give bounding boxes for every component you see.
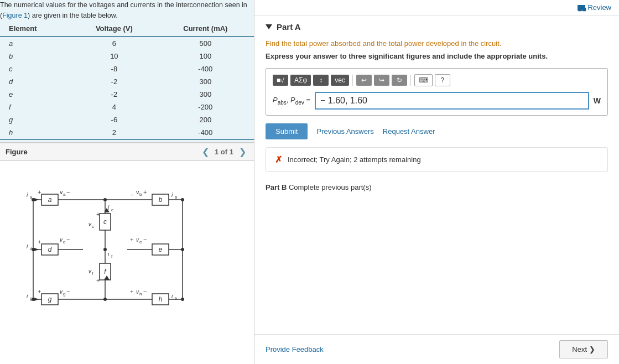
bottom-bar: Provide Feedback Next ❯ — [254, 334, 619, 364]
col-current: Current (mA) — [157, 21, 254, 37]
next-button[interactable]: Next ❯ — [559, 340, 608, 358]
svg-text:a: a — [48, 196, 52, 204]
x-icon: ✗ — [275, 154, 282, 165]
svg-text:g: g — [63, 292, 65, 297]
table-row: c-8-400 — [0, 63, 254, 75]
incorrect-box: ✗ Incorrect; Try Again; 2 attempts remai… — [266, 147, 608, 172]
svg-text:h: h — [139, 292, 142, 297]
svg-text:b: b — [175, 195, 178, 200]
answer-input[interactable] — [315, 92, 589, 110]
matrix-btn[interactable]: ■√ — [273, 75, 288, 86]
cell-voltage: 2 — [71, 126, 157, 139]
request-answer-link[interactable]: Request Answer — [383, 127, 435, 136]
question-text: Find the total power absorbed and the to… — [266, 39, 608, 48]
svg-text:e: e — [139, 240, 142, 245]
svg-text:i: i — [108, 205, 110, 211]
svg-text:g: g — [48, 295, 52, 303]
feedback-link[interactable]: Provide Feedback — [266, 345, 324, 353]
svg-text:e: e — [159, 246, 163, 253]
svg-text:h: h — [175, 296, 177, 301]
right-panel: ■■ Review Part A Find the total power ab… — [254, 0, 619, 364]
figure-section: Figure ❮ 1 of 1 ❯ — [0, 143, 254, 365]
svg-text:d: d — [30, 246, 32, 251]
collapse-icon[interactable] — [266, 24, 272, 29]
svg-point-13 — [181, 198, 184, 201]
svg-text:d: d — [63, 240, 65, 245]
redo-btn[interactable]: ↪ — [374, 75, 389, 86]
part-b-label: Part B Complete previous part(s) — [266, 183, 608, 191]
cell-element: c — [0, 63, 71, 75]
right-content: Part A Find the total power absorbed and… — [254, 15, 619, 334]
svg-text:i: i — [27, 243, 28, 249]
figure-pagination: 1 of 1 — [215, 148, 233, 156]
cell-voltage: -2 — [71, 88, 157, 101]
svg-text:c: c — [111, 207, 113, 212]
vec-btn[interactable]: vec — [331, 75, 349, 86]
part-a-label: Part A — [277, 22, 301, 32]
svg-text:+: + — [38, 238, 41, 245]
cell-current: 100 — [157, 50, 254, 63]
answer-label: Pabs, Pdev = — [273, 96, 310, 106]
intro-text: The numerical values for the voltages an… — [0, 0, 254, 21]
figure-header: Figure ❮ 1 of 1 ❯ — [0, 143, 254, 161]
svg-text:g: g — [30, 296, 32, 301]
figure-nav: ❮ 1 of 1 ❯ — [200, 147, 248, 157]
svg-text:b: b — [139, 192, 142, 197]
svg-text:−: − — [66, 288, 70, 295]
table-row: a6500 — [0, 37, 254, 50]
table-row: d-2300 — [0, 75, 254, 88]
svg-text:+: + — [38, 288, 41, 295]
svg-point-17 — [181, 298, 184, 301]
answer-unit: W — [594, 96, 601, 105]
svg-text:−: − — [66, 236, 70, 243]
help-btn[interactable]: ? — [435, 74, 450, 86]
cell-voltage: -8 — [71, 63, 157, 75]
svg-text:+: + — [143, 189, 147, 195]
cell-voltage: 10 — [71, 50, 157, 63]
svg-text:−: − — [143, 236, 147, 243]
next-chevron: ❯ — [589, 345, 595, 353]
cell-current: -400 — [157, 126, 254, 139]
cell-current: 300 — [157, 75, 254, 88]
symbols-btn[interactable]: ΑΣφ — [290, 75, 311, 86]
review-icon: ■■ — [578, 5, 585, 11]
previous-answers-link[interactable]: Previous Answers — [316, 127, 373, 136]
prev-figure-btn[interactable]: ❮ — [200, 147, 211, 157]
cell-current: -200 — [157, 101, 254, 113]
svg-text:d: d — [48, 246, 52, 253]
svg-text:c: c — [92, 224, 94, 229]
svg-text:f: f — [92, 271, 93, 276]
svg-text:+: + — [96, 277, 100, 284]
svg-text:−: − — [66, 189, 70, 195]
svg-point-18 — [103, 198, 107, 201]
undo-btn[interactable]: ↩ — [356, 75, 372, 86]
next-figure-btn[interactable]: ❯ — [237, 147, 248, 157]
action-row: Submit Previous Answers Request Answer — [266, 123, 608, 139]
svg-text:b: b — [159, 196, 163, 204]
toolbar-sep-1 — [352, 75, 353, 86]
cell-element: g — [0, 113, 71, 126]
refresh-btn[interactable]: ↻ — [392, 75, 407, 86]
instruction-text: Express your answer to three significant… — [266, 52, 608, 60]
cell-element: d — [0, 75, 71, 88]
table-row: g-6200 — [0, 113, 254, 126]
svg-text:i: i — [171, 192, 173, 198]
svg-marker-39 — [34, 198, 39, 201]
cell-element: a — [0, 37, 71, 50]
keyboard-btn[interactable]: ⌨ — [414, 74, 433, 86]
circuit-diagram: a b c d e f g — [11, 167, 199, 316]
svg-text:h: h — [159, 295, 163, 303]
svg-text:i: i — [27, 192, 28, 198]
review-label: Review — [587, 3, 611, 12]
arrows-btn[interactable]: ↕ — [313, 75, 329, 86]
svg-text:−: − — [130, 191, 133, 198]
answer-row: Pabs, Pdev = W — [273, 92, 601, 110]
figure-canvas: a b c d e f g — [0, 161, 254, 365]
figure-link[interactable]: Figure 1 — [2, 12, 28, 19]
part-b-section: Part B Complete previous part(s) — [266, 183, 608, 191]
table-row: f4-200 — [0, 101, 254, 113]
svg-marker-75 — [34, 298, 39, 301]
submit-button[interactable]: Submit — [266, 123, 308, 139]
svg-point-19 — [103, 248, 107, 251]
review-link[interactable]: ■■ Review — [578, 3, 611, 12]
